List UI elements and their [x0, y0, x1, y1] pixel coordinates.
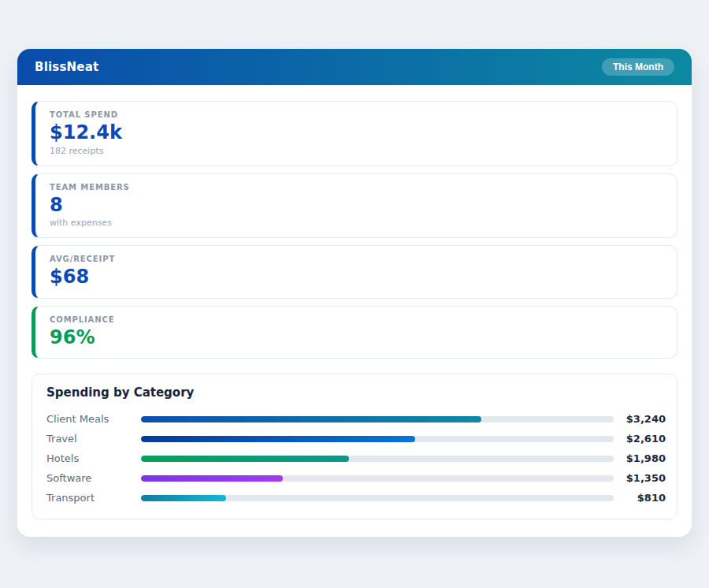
stat-card-total-spend: TOTAL SPEND $12.4k 182 receipts — [32, 101, 677, 166]
stat-label: COMPLIANCE — [50, 315, 663, 324]
bar-track — [141, 475, 614, 482]
bar-track — [141, 495, 614, 501]
bar-fill — [141, 495, 226, 501]
stat-value: 96% — [50, 327, 663, 349]
stat-subtext: 182 receipts — [50, 146, 663, 156]
bar-track — [141, 436, 614, 442]
bar-track — [141, 456, 614, 462]
bar-fill — [141, 436, 415, 442]
category-label: Software — [46, 472, 141, 484]
dashboard-card: BlissNeat This Month TOTAL SPEND $12.4k … — [17, 49, 692, 537]
bar-fill — [141, 416, 481, 422]
stat-value: $68 — [50, 266, 663, 288]
stat-value: 8 — [50, 195, 663, 217]
stat-label: TOTAL SPEND — [50, 110, 663, 119]
category-label: Travel — [46, 433, 141, 445]
chart-row-software: Software $1,350 — [46, 468, 666, 488]
bar-fill — [141, 475, 283, 482]
stat-subtext: with expenses — [50, 218, 663, 228]
category-value: $1,980 — [614, 452, 666, 464]
category-label: Hotels — [46, 452, 141, 464]
stat-value: $12.4k — [50, 122, 663, 144]
chart-title: Spending by Category — [46, 385, 666, 400]
app-header: BlissNeat This Month — [17, 49, 692, 85]
stat-label: AVG/RECEIPT — [50, 255, 663, 263]
bar-track — [141, 416, 614, 422]
category-value: $1,350 — [614, 472, 666, 484]
bar-fill — [141, 456, 349, 462]
app-title: BlissNeat — [35, 60, 98, 74]
stat-card-compliance: COMPLIANCE 96% — [32, 306, 677, 359]
chart-row-hotels: Hotels $1,980 — [46, 448, 666, 468]
category-label: Transport — [46, 492, 141, 504]
dashboard-content: TOTAL SPEND $12.4k 182 receipts TEAM MEM… — [17, 85, 692, 537]
chart-row-client-meals: Client Meals $3,240 — [46, 409, 666, 429]
stat-label: TEAM MEMBERS — [50, 183, 663, 192]
stat-card-avg-receipt: AVG/RECEIPT $68 — [32, 245, 677, 299]
spending-by-category-card: Spending by Category Client Meals $3,240… — [32, 374, 677, 519]
stat-card-team-members: TEAM MEMBERS 8 with expenses — [32, 173, 677, 239]
chart-row-travel: Travel $2,610 — [46, 429, 666, 448]
category-value: $3,240 — [614, 413, 666, 425]
chart-row-transport: Transport $810 — [46, 488, 666, 508]
category-label: Client Meals — [46, 413, 141, 425]
category-value: $2,610 — [614, 433, 666, 445]
category-value: $810 — [614, 492, 666, 504]
period-badge[interactable]: This Month — [602, 58, 674, 76]
